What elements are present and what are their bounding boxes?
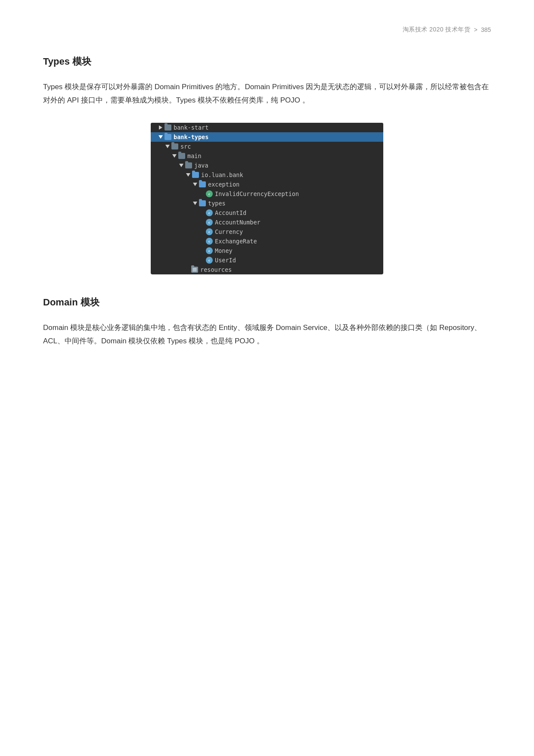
class-icon-money: c [206, 247, 213, 254]
tree-row-bank-types[interactable]: bank-types [151, 132, 383, 142]
tree-row-account-number[interactable]: c AccountNumber [151, 218, 383, 227]
tree-label-bank-types: bank-types [174, 134, 208, 140]
class-icon-invalid-currency: c [206, 190, 213, 197]
triangle-down-icon [193, 202, 197, 205]
folder-icon-types [199, 200, 206, 206]
tree-row-account-id[interactable]: c AccountId [151, 208, 383, 218]
triangle-right-icon [159, 125, 162, 130]
brand-text: 淘系技术 2020 技术年货 [403, 26, 471, 34]
folder-icon-src [171, 143, 178, 149]
tree-label-io-luan-bank: io.luan.bank [201, 171, 243, 178]
tree-row-types[interactable]: types [151, 199, 383, 208]
tree-label-exception: exception [208, 181, 239, 188]
tree-row-resources[interactable]: resources [151, 265, 383, 274]
header-separator: > [474, 26, 477, 33]
class-icon-user-id: c [206, 257, 213, 264]
folder-icon-io-luan-bank [192, 172, 199, 178]
domain-section-title: Domain 模块 [43, 296, 491, 309]
tree-row-money[interactable]: c Money [151, 246, 383, 255]
tree-label-currency: Currency [215, 228, 243, 235]
page-header: 淘系技术 2020 技术年货 > 385 [43, 26, 491, 34]
tree-toggle-java[interactable] [178, 162, 184, 168]
triangle-down-white-icon [158, 135, 163, 139]
tree-label-types: types [208, 200, 226, 207]
tree-row-currency[interactable]: c Currency [151, 227, 383, 236]
tree-label-main: main [187, 152, 202, 159]
folder-icon-java [185, 162, 192, 168]
folder-icon-exception [199, 181, 206, 187]
tree-toggle-bank-types[interactable] [158, 134, 164, 140]
types-section: Types 模块 Types 模块是保存可以对外暴露的 Domain Primi… [43, 55, 491, 107]
triangle-down-icon [172, 154, 177, 158]
tree-row-io-luan-bank[interactable]: io.luan.bank [151, 170, 383, 180]
tree-label-invalid-currency-exception: InvalidCurrencyException [215, 190, 299, 197]
tree-row-java[interactable]: java [151, 161, 383, 170]
folder-icon-bank-start [165, 124, 171, 131]
domain-section: Domain 模块 Domain 模块是核心业务逻辑的集中地，包含有状态的 En… [43, 296, 491, 348]
tree-row-bank-start[interactable]: bank-start [151, 123, 383, 132]
tree-toggle-exception[interactable] [192, 181, 198, 187]
triangle-down-icon [193, 183, 197, 186]
tree-row-invalid-currency-exception[interactable]: c InvalidCurrencyException [151, 189, 383, 199]
triangle-down-icon [165, 145, 170, 148]
triangle-down-icon [186, 173, 190, 177]
tree-row-src[interactable]: src [151, 142, 383, 151]
class-icon-exchange-rate: c [206, 238, 213, 245]
tree-row-user-id[interactable]: c UserId [151, 255, 383, 265]
tree-label-user-id: UserId [215, 257, 236, 264]
tree-toggle-bank-start[interactable] [158, 124, 164, 131]
tree-toggle-io-luan-bank[interactable] [185, 172, 191, 178]
tree-label-src: src [180, 143, 191, 150]
class-icon-currency: c [206, 228, 213, 235]
tree-toggle-types[interactable] [192, 200, 198, 206]
tree-row-main[interactable]: main [151, 151, 383, 161]
tree-label-java: java [194, 162, 208, 169]
folder-icon-main [178, 153, 185, 159]
class-icon-account-id: c [206, 209, 213, 216]
tree-label-account-id: AccountId [215, 209, 246, 216]
folder-icon-bank-types [165, 134, 171, 140]
tree-toggle-src[interactable] [165, 143, 171, 149]
folder-lines-icon-resources [191, 267, 198, 273]
page-number: 385 [481, 26, 491, 33]
tree-label-money: Money [215, 247, 233, 254]
triangle-down-icon [179, 164, 183, 167]
tree-label-account-number: AccountNumber [215, 219, 261, 226]
tree-row-exchange-rate[interactable]: c ExchangeRate [151, 236, 383, 246]
tree-label-exchange-rate: ExchangeRate [215, 238, 257, 245]
tree-row-exception[interactable]: exception [151, 180, 383, 189]
tree-label-bank-start: bank-start [174, 124, 208, 131]
types-section-body: Types 模块是保存可以对外暴露的 Domain Primitives 的地方… [43, 80, 491, 107]
class-icon-account-number: c [206, 219, 213, 226]
types-section-title: Types 模块 [43, 55, 491, 68]
ide-tree-view: bank-start bank-types src [151, 123, 383, 274]
tree-toggle-main[interactable] [171, 153, 177, 159]
tree-label-resources: resources [200, 266, 232, 273]
domain-section-body: Domain 模块是核心业务逻辑的集中地，包含有状态的 Entity、领域服务 … [43, 321, 491, 348]
